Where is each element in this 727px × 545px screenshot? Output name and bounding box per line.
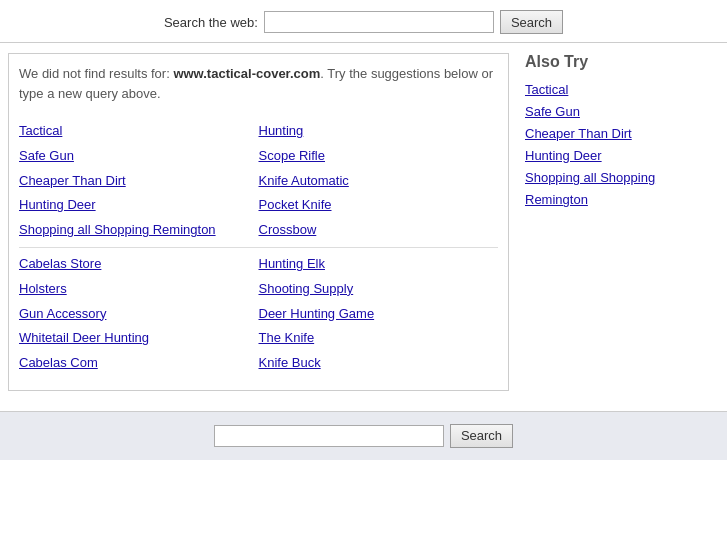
not-found-prefix: We did not find results for: xyxy=(19,66,173,81)
result-link[interactable]: Holsters xyxy=(19,279,259,300)
main-content: We did not find results for: www.tactica… xyxy=(0,43,727,401)
top-search-bar: Search the web: Search xyxy=(0,0,727,43)
bottom-search-button[interactable]: Search xyxy=(450,424,513,448)
result-link[interactable]: Cabelas Store xyxy=(19,254,259,275)
result-link[interactable]: Tactical xyxy=(19,121,259,142)
result-link[interactable]: Knife Buck xyxy=(259,353,499,374)
bottom-search-bar: Search xyxy=(0,411,727,460)
also-try-link[interactable]: Cheaper Than Dirt xyxy=(525,123,719,145)
result-link[interactable]: Knife Automatic xyxy=(259,171,499,192)
links-col-1a: TacticalSafe GunCheaper Than DirtHunting… xyxy=(19,121,259,241)
top-search-button[interactable]: Search xyxy=(500,10,563,34)
result-link[interactable]: Whitetail Deer Hunting xyxy=(19,328,259,349)
result-link[interactable]: Shopping all Shopping Remington xyxy=(19,220,259,241)
top-search-label: Search the web: xyxy=(164,15,258,30)
result-link[interactable]: The Knife xyxy=(259,328,499,349)
also-try-link[interactable]: Tactical xyxy=(525,79,719,101)
also-try-link[interactable]: Shopping all Shopping Remington xyxy=(525,167,719,211)
result-link[interactable]: Pocket Knife xyxy=(259,195,499,216)
links-section-1: TacticalSafe GunCheaper Than DirtHunting… xyxy=(19,115,498,247)
result-link[interactable]: Shooting Supply xyxy=(259,279,499,300)
result-link[interactable]: Hunting Deer xyxy=(19,195,259,216)
result-link[interactable]: Safe Gun xyxy=(19,146,259,167)
links-col-2a: Cabelas StoreHolstersGun AccessoryWhitet… xyxy=(19,254,259,374)
result-link[interactable]: Crossbow xyxy=(259,220,499,241)
not-found-message: We did not find results for: www.tactica… xyxy=(19,64,498,103)
links-section-2: Cabelas StoreHolstersGun AccessoryWhitet… xyxy=(19,247,498,380)
also-try-link[interactable]: Hunting Deer xyxy=(525,145,719,167)
also-try-title: Also Try xyxy=(525,53,719,71)
top-search-input[interactable] xyxy=(264,11,494,33)
result-link[interactable]: Hunting Elk xyxy=(259,254,499,275)
also-try-links: TacticalSafe GunCheaper Than DirtHunting… xyxy=(525,79,719,212)
not-found-domain: www.tactical-cover.com xyxy=(173,66,320,81)
links-col-1b: HuntingScope RifleKnife AutomaticPocket … xyxy=(259,121,499,241)
result-link[interactable]: Cabelas Com xyxy=(19,353,259,374)
also-try-link[interactable]: Safe Gun xyxy=(525,101,719,123)
result-link[interactable]: Gun Accessory xyxy=(19,304,259,325)
bottom-search-input[interactable] xyxy=(214,425,444,447)
also-try-panel: Also Try TacticalSafe GunCheaper Than Di… xyxy=(509,53,719,391)
result-link[interactable]: Scope Rifle xyxy=(259,146,499,167)
links-col-2b: Hunting ElkShooting SupplyDeer Hunting G… xyxy=(259,254,499,374)
result-link[interactable]: Deer Hunting Game xyxy=(259,304,499,325)
result-link[interactable]: Hunting xyxy=(259,121,499,142)
results-panel: We did not find results for: www.tactica… xyxy=(8,53,509,391)
result-link[interactable]: Cheaper Than Dirt xyxy=(19,171,259,192)
